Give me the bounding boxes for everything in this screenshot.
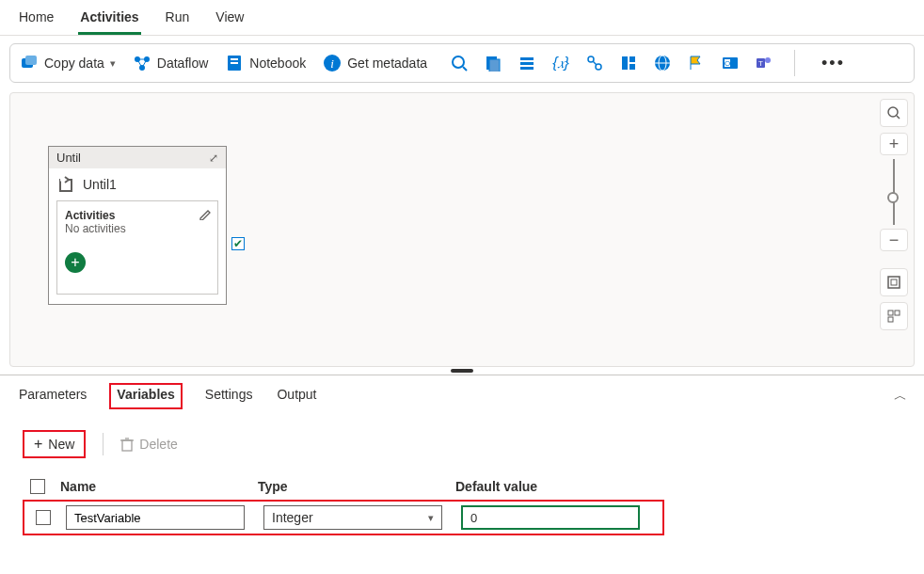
new-variable-button[interactable]: + New bbox=[23, 430, 86, 458]
svg-rect-38 bbox=[888, 311, 893, 315]
delete-variable-button[interactable]: Delete bbox=[120, 437, 177, 452]
panel-tab-settings[interactable]: Settings bbox=[203, 383, 255, 409]
copy-data-label: Copy data bbox=[44, 56, 104, 71]
col-default: Default value bbox=[455, 479, 653, 494]
svg-rect-1 bbox=[25, 56, 37, 65]
select-all-checkbox[interactable] bbox=[30, 479, 45, 494]
flag-icon[interactable] bbox=[687, 54, 706, 72]
plus-icon: + bbox=[34, 436, 42, 453]
edit-icon[interactable] bbox=[199, 207, 212, 220]
col-type: Type bbox=[258, 479, 455, 494]
list-icon[interactable] bbox=[518, 54, 536, 72]
action-separator bbox=[103, 433, 104, 455]
activity-type-label: Until bbox=[56, 151, 81, 165]
node-success-checkbox[interactable]: ✔ bbox=[231, 237, 245, 250]
svg-rect-37 bbox=[891, 279, 897, 285]
toolbar-separator bbox=[794, 50, 795, 76]
svg-rect-13 bbox=[489, 59, 500, 72]
add-activity-button[interactable]: + bbox=[65, 252, 86, 273]
panel-splitter[interactable] bbox=[9, 367, 915, 375]
tab-view[interactable]: View bbox=[214, 6, 246, 35]
notebook-button[interactable]: Notebook bbox=[225, 54, 306, 72]
zoom-out-button[interactable]: − bbox=[880, 229, 908, 251]
svg-text:O: O bbox=[725, 59, 730, 68]
svg-rect-20 bbox=[622, 56, 628, 70]
variable-name-input[interactable] bbox=[66, 505, 245, 530]
auto-align-button[interactable] bbox=[880, 302, 908, 330]
variable-type-value: Integer bbox=[272, 510, 313, 525]
svg-rect-22 bbox=[629, 64, 635, 70]
svg-rect-16 bbox=[520, 67, 534, 70]
variable-x-icon[interactable]: {𝑥} bbox=[551, 54, 570, 72]
toolbar-overflow-button[interactable]: ••• bbox=[816, 54, 851, 73]
tab-run[interactable]: Run bbox=[164, 6, 192, 35]
dataflow-button[interactable]: Dataflow bbox=[133, 54, 208, 72]
svg-rect-36 bbox=[888, 277, 900, 288]
notebook-icon bbox=[225, 54, 244, 72]
outlook-icon[interactable]: O bbox=[721, 54, 740, 72]
pipeline-icon[interactable] bbox=[585, 54, 604, 72]
info-icon: i bbox=[323, 54, 342, 72]
collapse-icon[interactable]: ⤢ bbox=[209, 151, 218, 165]
fit-to-screen-button[interactable] bbox=[880, 268, 908, 296]
svg-point-31 bbox=[765, 57, 771, 63]
svg-rect-40 bbox=[888, 317, 893, 322]
new-label: New bbox=[48, 437, 74, 452]
svg-point-10 bbox=[453, 56, 464, 68]
activity-name: Until1 bbox=[83, 177, 117, 192]
template-icon[interactable] bbox=[619, 54, 638, 72]
svg-point-34 bbox=[888, 107, 898, 117]
zoom-slider[interactable] bbox=[893, 159, 895, 225]
script-icon[interactable] bbox=[484, 54, 502, 72]
zoom-in-button[interactable]: + bbox=[880, 133, 908, 155]
svg-line-35 bbox=[897, 116, 900, 119]
svg-rect-15 bbox=[520, 62, 534, 65]
panel-tab-parameters[interactable]: Parameters bbox=[17, 383, 88, 409]
pipeline-canvas[interactable]: Until ⤢ Until1 Activities No activities … bbox=[9, 92, 915, 367]
panel-tab-output[interactable]: Output bbox=[275, 383, 318, 409]
svg-line-19 bbox=[593, 61, 597, 65]
svg-rect-41 bbox=[122, 440, 132, 451]
no-activities-label: No activities bbox=[65, 222, 210, 235]
panel-collapse-button[interactable]: ︿ bbox=[894, 388, 907, 405]
svg-text:T: T bbox=[758, 59, 763, 68]
variable-row: Integer ▾ 0 bbox=[28, 505, 659, 530]
variable-type-select[interactable]: Integer ▾ bbox=[263, 505, 442, 530]
activities-toolbar: Copy data ▾ Dataflow Notebook i Get meta… bbox=[9, 43, 915, 83]
variable-default-input[interactable]: 0 bbox=[461, 505, 640, 530]
svg-rect-14 bbox=[520, 57, 534, 60]
delete-label: Delete bbox=[139, 437, 177, 452]
teams-icon[interactable]: T bbox=[755, 54, 773, 72]
until-activity-node[interactable]: Until ⤢ Until1 Activities No activities … bbox=[48, 146, 227, 305]
col-name: Name bbox=[60, 479, 258, 494]
panel-tab-variables[interactable]: Variables bbox=[109, 383, 183, 409]
globe-icon[interactable] bbox=[653, 54, 672, 72]
dataflow-icon bbox=[133, 54, 151, 72]
canvas-search-button[interactable] bbox=[880, 99, 908, 127]
copy-data-button[interactable]: Copy data ▾ bbox=[20, 54, 116, 72]
svg-rect-21 bbox=[629, 56, 635, 62]
tab-activities[interactable]: Activities bbox=[78, 6, 140, 35]
search-icon[interactable] bbox=[450, 54, 469, 72]
zoom-handle[interactable] bbox=[887, 192, 899, 203]
chevron-down-icon: ▾ bbox=[428, 512, 434, 524]
until-icon bbox=[58, 176, 75, 193]
svg-rect-6 bbox=[231, 58, 238, 60]
svg-line-11 bbox=[463, 67, 467, 71]
trash-icon bbox=[120, 437, 134, 452]
row-checkbox[interactable] bbox=[36, 510, 51, 525]
notebook-label: Notebook bbox=[249, 56, 306, 71]
dataflow-label: Dataflow bbox=[157, 56, 208, 71]
svg-rect-39 bbox=[895, 311, 900, 315]
activities-label: Activities bbox=[65, 209, 210, 222]
svg-text:i: i bbox=[330, 56, 334, 71]
svg-rect-7 bbox=[231, 62, 238, 64]
tab-home[interactable]: Home bbox=[17, 6, 56, 35]
get-metadata-label: Get metadata bbox=[347, 56, 427, 71]
chevron-down-icon: ▾ bbox=[110, 57, 116, 70]
get-metadata-button[interactable]: i Get metadata bbox=[323, 54, 427, 72]
copy-data-icon bbox=[20, 54, 39, 72]
